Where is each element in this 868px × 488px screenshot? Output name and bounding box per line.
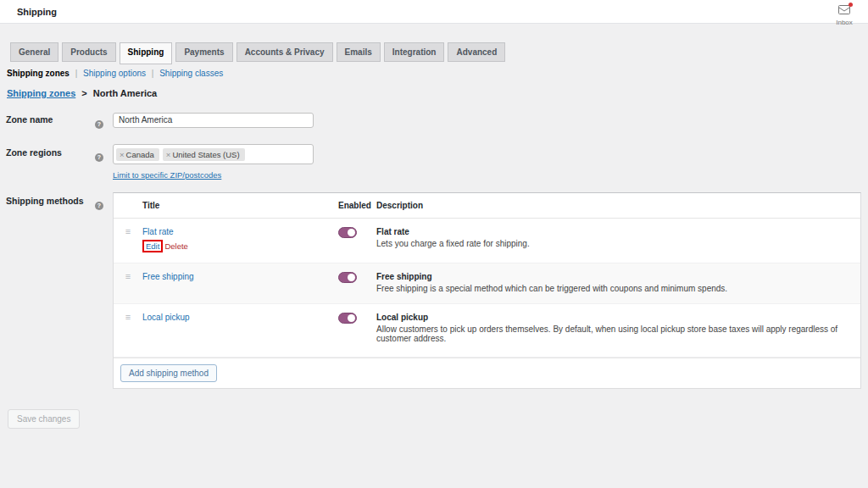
shipping-methods-row: Shipping methods ? Title Enabled Descrip… <box>0 192 868 389</box>
free-shipping-link[interactable]: Free shipping <box>142 272 194 281</box>
help-icon[interactable]: ? <box>95 153 103 162</box>
table-row-free-shipping: ≡ Free shipping Free shipping Free shipp… <box>114 263 860 304</box>
settings-tabs: General Products Shipping Payments Accou… <box>10 42 868 62</box>
method-description-text: Allow customers to pick up orders themse… <box>376 324 852 343</box>
subnav-shipping-zones[interactable]: Shipping zones <box>7 69 70 78</box>
shipping-methods-label: Shipping methods <box>0 192 95 389</box>
page: Shipping Inbox General Products Shipping… <box>0 0 868 429</box>
tab-emails[interactable]: Emails <box>337 42 381 62</box>
zone-name-row: Zone name ? <box>0 111 868 130</box>
zone-regions-input[interactable]: ×Canada ×United States (US) <box>113 144 314 164</box>
inbox-button[interactable]: Inbox <box>829 3 860 26</box>
page-title: Shipping <box>0 7 57 17</box>
drag-handle-icon[interactable]: ≡ <box>125 312 131 322</box>
inbox-label: Inbox <box>829 19 860 26</box>
tab-products[interactable]: Products <box>62 42 115 62</box>
zone-name-label: Zone name <box>0 111 95 130</box>
free-shipping-enabled-toggle[interactable] <box>338 272 357 283</box>
local-pickup-link[interactable]: Local pickup <box>142 313 190 322</box>
region-tag-united-states: ×United States (US) <box>163 148 245 161</box>
drag-handle-icon[interactable]: ≡ <box>125 271 131 281</box>
save-changes-button[interactable]: Save changes <box>8 409 80 429</box>
local-pickup-enabled-toggle[interactable] <box>338 313 357 324</box>
remove-tag-icon[interactable]: × <box>166 150 171 159</box>
row-actions: EditDelete <box>142 240 338 252</box>
help-icon[interactable]: ? <box>95 202 103 210</box>
subnav-separator: | <box>152 69 154 78</box>
table-header-row: Title Enabled Description <box>114 193 860 219</box>
limit-postcodes-link[interactable]: Limit to specific ZIP/postcodes <box>113 170 221 180</box>
add-shipping-method-button[interactable]: Add shipping method <box>120 364 217 382</box>
table-footer: Add shipping method <box>114 358 860 388</box>
shipping-subnav: Shipping zones | Shipping options | Ship… <box>7 69 868 78</box>
subnav-separator: | <box>75 69 78 78</box>
method-description-title: Flat rate <box>376 227 852 236</box>
edit-link[interactable]: Edit <box>146 241 159 251</box>
table-row-local-pickup: ≡ Local pickup Local pickup Allow custom… <box>114 304 860 358</box>
tab-shipping[interactable]: Shipping <box>120 42 173 64</box>
tab-advanced[interactable]: Advanced <box>448 42 505 62</box>
flat-rate-link[interactable]: Flat rate <box>142 227 174 236</box>
help-icon[interactable]: ? <box>95 120 103 129</box>
remove-tag-icon[interactable]: × <box>120 150 125 159</box>
region-tag-canada: ×Canada <box>116 148 159 161</box>
zone-name-input[interactable] <box>113 113 314 128</box>
zone-regions-label: Zone regions <box>0 144 95 181</box>
method-description-title: Local pickup <box>376 313 852 322</box>
column-header-description: Description <box>376 201 860 210</box>
tab-general[interactable]: General <box>10 42 58 62</box>
method-description-title: Free shipping <box>376 272 852 281</box>
flat-rate-enabled-toggle[interactable] <box>338 227 357 238</box>
shipping-methods-table: Title Enabled Description ≡ Flat rate Ed… <box>113 192 861 389</box>
subnav-shipping-classes[interactable]: Shipping classes <box>159 69 223 78</box>
content: General Products Shipping Payments Accou… <box>0 42 868 429</box>
top-bar: Shipping Inbox <box>0 0 868 24</box>
tab-integration[interactable]: Integration <box>384 42 445 62</box>
breadcrumb: Shipping zones > North America <box>7 88 868 98</box>
zone-regions-row: Zone regions ? ×Canada ×United States (U… <box>0 144 868 181</box>
notification-dot-icon <box>849 3 853 7</box>
annotation-highlight-box: Edit <box>142 240 163 252</box>
inbox-envelope-icon <box>838 5 850 14</box>
tab-accounts-privacy[interactable]: Accounts & Privacy <box>236 42 333 62</box>
tab-payments[interactable]: Payments <box>175 42 232 62</box>
column-header-title: Title <box>142 201 338 210</box>
method-description-text: Lets you charge a fixed rate for shippin… <box>376 239 852 248</box>
column-header-enabled: Enabled <box>338 201 376 210</box>
breadcrumb-shipping-zones-link[interactable]: Shipping zones <box>7 88 75 98</box>
method-description-text: Free shipping is a special method which … <box>376 284 852 293</box>
breadcrumb-separator: > <box>81 88 86 98</box>
delete-link[interactable]: Delete <box>164 241 187 251</box>
table-row-flat-rate: ≡ Flat rate EditDelete Flat rate Lets yo <box>114 219 860 263</box>
drag-handle-icon[interactable]: ≡ <box>125 226 131 236</box>
subnav-shipping-options[interactable]: Shipping options <box>83 69 146 78</box>
zone-settings-form: Zone name ? Zone regions ? ×Canada ×Unit… <box>0 111 868 389</box>
breadcrumb-current-zone: North America <box>93 88 157 98</box>
